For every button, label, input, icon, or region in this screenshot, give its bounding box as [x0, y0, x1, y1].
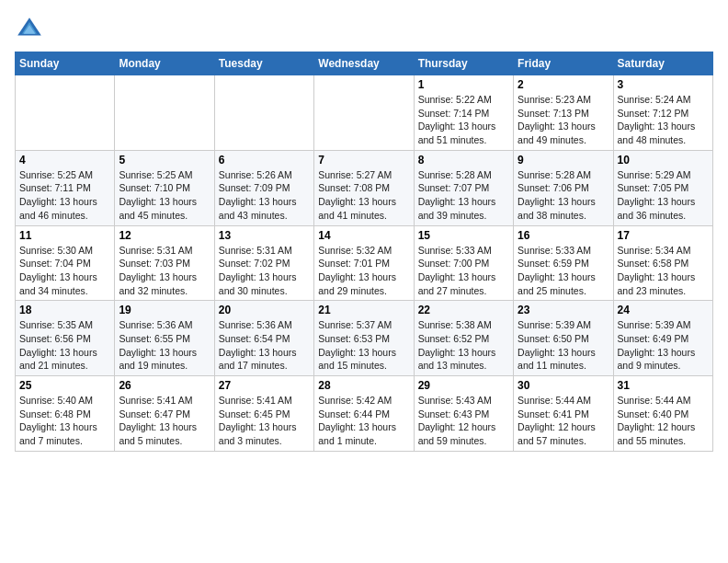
day-info: Sunrise: 5:23 AM Sunset: 7:13 PM Dayligh…: [518, 93, 609, 147]
day-info: Sunrise: 5:35 AM Sunset: 6:56 PM Dayligh…: [19, 318, 110, 373]
weekday-header: Monday: [115, 52, 214, 75]
calendar-cell: 31Sunrise: 5:44 AM Sunset: 6:40 PM Dayli…: [613, 376, 712, 452]
calendar-cell: 16Sunrise: 5:33 AM Sunset: 6:59 PM Dayli…: [514, 225, 613, 301]
calendar-week-row: 11Sunrise: 5:30 AM Sunset: 7:04 PM Dayli…: [16, 225, 713, 301]
day-info: Sunrise: 5:28 AM Sunset: 7:07 PM Dayligh…: [418, 168, 509, 223]
day-number: 18: [19, 304, 110, 316]
day-info: Sunrise: 5:28 AM Sunset: 7:06 PM Dayligh…: [518, 168, 609, 223]
day-number: 29: [418, 379, 509, 392]
day-info: Sunrise: 5:44 AM Sunset: 6:41 PM Dayligh…: [518, 394, 609, 448]
day-info: Sunrise: 5:26 AM Sunset: 7:09 PM Dayligh…: [219, 168, 310, 223]
day-info: Sunrise: 5:41 AM Sunset: 6:47 PM Dayligh…: [119, 394, 210, 448]
day-info: Sunrise: 5:42 AM Sunset: 6:44 PM Dayligh…: [318, 394, 409, 448]
day-info: Sunrise: 5:25 AM Sunset: 7:10 PM Dayligh…: [119, 168, 210, 223]
day-info: Sunrise: 5:43 AM Sunset: 6:43 PM Dayligh…: [418, 394, 509, 448]
day-number: 20: [219, 304, 310, 316]
day-number: 9: [518, 154, 609, 167]
day-number: 12: [119, 229, 210, 242]
day-info: Sunrise: 5:36 AM Sunset: 6:54 PM Dayligh…: [219, 318, 310, 373]
calendar-cell: 10Sunrise: 5:29 AM Sunset: 7:05 PM Dayli…: [613, 150, 712, 225]
day-info: Sunrise: 5:31 AM Sunset: 7:02 PM Dayligh…: [219, 244, 310, 298]
calendar-cell: 18Sunrise: 5:35 AM Sunset: 6:56 PM Dayli…: [16, 301, 115, 376]
day-info: Sunrise: 5:25 AM Sunset: 7:11 PM Dayligh…: [19, 168, 110, 223]
day-number: 21: [318, 304, 409, 316]
calendar-cell: 26Sunrise: 5:41 AM Sunset: 6:47 PM Dayli…: [115, 376, 214, 452]
calendar-cell: 25Sunrise: 5:40 AM Sunset: 6:48 PM Dayli…: [16, 376, 115, 452]
day-number: 10: [618, 154, 709, 167]
day-number: 27: [219, 379, 310, 392]
day-number: 14: [318, 229, 409, 242]
calendar-cell: 5Sunrise: 5:25 AM Sunset: 7:10 PM Daylig…: [115, 150, 214, 225]
day-number: 31: [618, 379, 709, 392]
calendar-week-row: 4Sunrise: 5:25 AM Sunset: 7:11 PM Daylig…: [16, 150, 713, 225]
weekday-header: Tuesday: [214, 52, 313, 75]
calendar-cell: 22Sunrise: 5:38 AM Sunset: 6:52 PM Dayli…: [414, 301, 513, 376]
day-number: 15: [418, 229, 509, 242]
calendar-week-row: 25Sunrise: 5:40 AM Sunset: 6:48 PM Dayli…: [16, 376, 713, 452]
day-number: 24: [618, 304, 709, 316]
day-number: 25: [19, 379, 110, 392]
logo: [15, 15, 48, 44]
day-info: Sunrise: 5:33 AM Sunset: 6:59 PM Dayligh…: [518, 244, 609, 298]
logo-icon: [15, 15, 44, 44]
day-info: Sunrise: 5:38 AM Sunset: 6:52 PM Dayligh…: [418, 318, 509, 373]
calendar-cell: [214, 75, 313, 151]
day-number: 17: [618, 229, 709, 242]
weekday-header: Sunday: [16, 52, 115, 75]
page-header: [15, 15, 713, 44]
weekday-header: Thursday: [414, 52, 513, 75]
calendar-table: SundayMondayTuesdayWednesdayThursdayFrid…: [15, 52, 713, 452]
day-number: 26: [119, 379, 210, 392]
calendar-cell: 1Sunrise: 5:22 AM Sunset: 7:14 PM Daylig…: [414, 75, 513, 151]
day-info: Sunrise: 5:30 AM Sunset: 7:04 PM Dayligh…: [19, 244, 110, 298]
calendar-cell: 21Sunrise: 5:37 AM Sunset: 6:53 PM Dayli…: [314, 301, 414, 376]
calendar-cell: [314, 75, 414, 151]
day-info: Sunrise: 5:39 AM Sunset: 6:50 PM Dayligh…: [518, 318, 609, 373]
calendar-header-row: SundayMondayTuesdayWednesdayThursdayFrid…: [16, 52, 713, 75]
weekday-header: Wednesday: [314, 52, 414, 75]
day-number: 8: [418, 154, 509, 167]
calendar-cell: 7Sunrise: 5:27 AM Sunset: 7:08 PM Daylig…: [314, 150, 414, 225]
calendar-cell: 29Sunrise: 5:43 AM Sunset: 6:43 PM Dayli…: [414, 376, 513, 452]
calendar-cell: 3Sunrise: 5:24 AM Sunset: 7:12 PM Daylig…: [613, 75, 712, 151]
day-info: Sunrise: 5:36 AM Sunset: 6:55 PM Dayligh…: [119, 318, 210, 373]
calendar-cell: 30Sunrise: 5:44 AM Sunset: 6:41 PM Dayli…: [514, 376, 613, 452]
day-number: 16: [518, 229, 609, 242]
day-info: Sunrise: 5:31 AM Sunset: 7:03 PM Dayligh…: [119, 244, 210, 298]
calendar-cell: 20Sunrise: 5:36 AM Sunset: 6:54 PM Dayli…: [214, 301, 313, 376]
day-number: 22: [418, 304, 509, 316]
day-number: 5: [119, 154, 210, 167]
day-number: 6: [219, 154, 310, 167]
calendar-cell: 14Sunrise: 5:32 AM Sunset: 7:01 PM Dayli…: [314, 225, 414, 301]
calendar-cell: 15Sunrise: 5:33 AM Sunset: 7:00 PM Dayli…: [414, 225, 513, 301]
day-number: 7: [318, 154, 409, 167]
day-number: 11: [19, 229, 110, 242]
calendar-cell: [16, 75, 115, 151]
day-info: Sunrise: 5:29 AM Sunset: 7:05 PM Dayligh…: [618, 168, 709, 223]
day-info: Sunrise: 5:44 AM Sunset: 6:40 PM Dayligh…: [618, 394, 709, 448]
day-number: 19: [119, 304, 210, 316]
weekday-header: Friday: [514, 52, 613, 75]
day-info: Sunrise: 5:34 AM Sunset: 6:58 PM Dayligh…: [618, 244, 709, 298]
day-number: 3: [618, 78, 709, 91]
day-info: Sunrise: 5:22 AM Sunset: 7:14 PM Dayligh…: [418, 93, 509, 147]
calendar-cell: 12Sunrise: 5:31 AM Sunset: 7:03 PM Dayli…: [115, 225, 214, 301]
day-info: Sunrise: 5:40 AM Sunset: 6:48 PM Dayligh…: [19, 394, 110, 448]
calendar-cell: 4Sunrise: 5:25 AM Sunset: 7:11 PM Daylig…: [16, 150, 115, 225]
day-number: 2: [518, 78, 609, 91]
calendar-cell: 17Sunrise: 5:34 AM Sunset: 6:58 PM Dayli…: [613, 225, 712, 301]
calendar-cell: 13Sunrise: 5:31 AM Sunset: 7:02 PM Dayli…: [214, 225, 313, 301]
day-info: Sunrise: 5:27 AM Sunset: 7:08 PM Dayligh…: [318, 168, 409, 223]
calendar-cell: 24Sunrise: 5:39 AM Sunset: 6:49 PM Dayli…: [613, 301, 712, 376]
calendar-cell: [115, 75, 214, 151]
calendar-cell: 8Sunrise: 5:28 AM Sunset: 7:07 PM Daylig…: [414, 150, 513, 225]
day-number: 4: [19, 154, 110, 167]
calendar-cell: 23Sunrise: 5:39 AM Sunset: 6:50 PM Dayli…: [514, 301, 613, 376]
day-info: Sunrise: 5:33 AM Sunset: 7:00 PM Dayligh…: [418, 244, 509, 298]
day-info: Sunrise: 5:32 AM Sunset: 7:01 PM Dayligh…: [318, 244, 409, 298]
weekday-header: Saturday: [613, 52, 712, 75]
calendar-week-row: 18Sunrise: 5:35 AM Sunset: 6:56 PM Dayli…: [16, 301, 713, 376]
calendar-cell: 2Sunrise: 5:23 AM Sunset: 7:13 PM Daylig…: [514, 75, 613, 151]
day-number: 28: [318, 379, 409, 392]
calendar-cell: 27Sunrise: 5:41 AM Sunset: 6:45 PM Dayli…: [214, 376, 313, 452]
